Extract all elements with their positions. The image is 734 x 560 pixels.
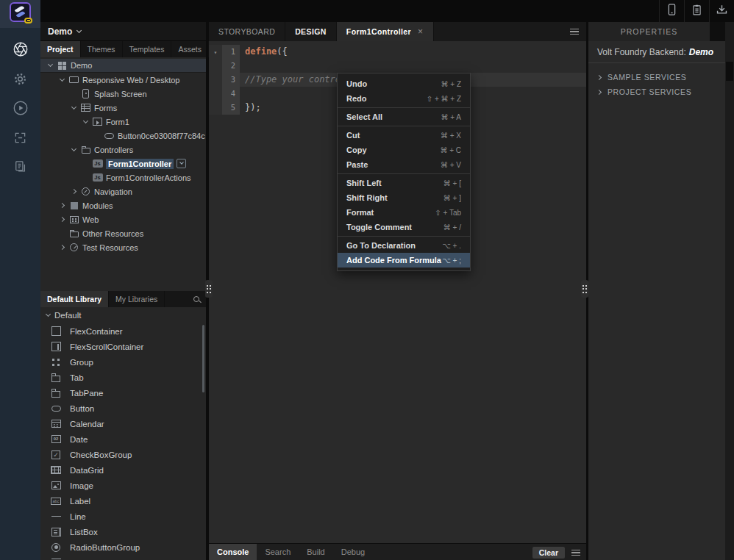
library-item[interactable]: DataGrid [40, 462, 206, 478]
rail-item-run[interactable] [12, 101, 29, 118]
menu-item-shift-left[interactable]: Shift Left⌘ + [ [338, 176, 470, 190]
library-item[interactable]: Line [40, 509, 206, 524]
console-tab-debug[interactable]: Debug [333, 544, 373, 560]
console-menu-icon[interactable] [571, 550, 580, 556]
library-item[interactable]: CheckBoxGroup [40, 447, 206, 462]
button-icon [104, 133, 114, 139]
menu-item-paste[interactable]: Paste⌘ + V [338, 157, 470, 172]
explorer-tab-templates[interactable]: Templates [123, 41, 172, 57]
chevron-right-icon[interactable] [59, 245, 64, 250]
library-item[interactable]: TabPane [40, 385, 206, 401]
library-item[interactable]: Group [40, 354, 206, 370]
library-item[interactable]: Button [40, 401, 206, 416]
console-tab-build[interactable]: Build [299, 544, 332, 560]
tree-row[interactable]: Navigation [40, 184, 206, 198]
chevron-down-icon[interactable] [71, 104, 76, 109]
menu-item-redo[interactable]: Redo⇧ + ⌘ + Z [338, 91, 470, 106]
menu-item-add-code-from-formula[interactable]: Add Code From Formula⌥ + ; [338, 253, 470, 268]
library-item[interactable]: Label [40, 493, 206, 509]
explorer-tabs: ProjectThemesTemplatesAssets [40, 41, 206, 57]
tree-row[interactable]: Form1ControllerActions [40, 170, 206, 184]
topbar-build-log-button[interactable] [684, 0, 709, 22]
library-item[interactable]: RadioButtonGroup [40, 539, 206, 555]
editor-menu-icon[interactable] [570, 29, 579, 35]
menu-item-cut[interactable]: Cut⌘ + X [338, 128, 470, 143]
library-scrollbar[interactable] [202, 325, 204, 392]
tree-row[interactable]: Demo [40, 59, 206, 73]
menu-item-undo[interactable]: Undo⌘ + Z [338, 76, 470, 91]
library-group-header[interactable]: Default [40, 307, 206, 323]
rail-item-docs[interactable] [12, 160, 29, 176]
properties-scrollbar[interactable] [725, 22, 734, 560]
editor-tab-form1controller[interactable]: Form1Controller× [337, 22, 434, 41]
project-dropdown[interactable]: Demo [40, 22, 206, 41]
editor-tab-design[interactable]: DESIGN [285, 22, 337, 41]
rail-item-design[interactable] [12, 43, 29, 59]
menu-item-go-to-declaration[interactable]: Go To Declaration⌥ + . [338, 238, 470, 253]
chevron-right-icon[interactable] [59, 217, 64, 222]
properties-scrollbar-thumb[interactable] [726, 62, 733, 81]
chevron-right-icon[interactable] [59, 203, 64, 208]
design-icon [13, 41, 29, 60]
menu-item-toggle-comment[interactable]: Toggle Comment⌘ + / [338, 220, 470, 234]
library-item[interactable]: FlexContainer [40, 323, 206, 339]
properties-tab[interactable]: PROPERTIES [588, 22, 710, 41]
library-item[interactable]: Image [40, 478, 206, 493]
console-bar: ConsoleSearchBuildDebug Clear [209, 543, 586, 560]
library-item[interactable]: Tab [40, 370, 206, 385]
backend-row: Volt Foundry Backend: Demo [588, 41, 734, 63]
left-splitter-handle[interactable] [205, 280, 213, 298]
console-tab-console[interactable]: Console [209, 544, 257, 560]
explorer-tab-themes[interactable]: Themes [81, 41, 123, 57]
tree-row[interactable]: Other Resources [40, 226, 206, 240]
menu-item-format[interactable]: Format⇧ + Tab [338, 205, 470, 220]
clear-button[interactable]: Clear [532, 547, 565, 559]
library-item[interactable]: FlexScrollContainer [40, 339, 206, 354]
library-item[interactable]: Date [40, 431, 206, 447]
chevron-down-icon[interactable] [47, 62, 52, 67]
library-item[interactable]: RichText [40, 555, 206, 559]
menu-item-copy[interactable]: Copy⌘ + C [338, 143, 470, 157]
library-tab-default-library[interactable]: Default Library [40, 291, 109, 307]
chevron-down-icon[interactable] [82, 118, 88, 123]
editor-tab-storyboard[interactable]: STORYBOARD [209, 22, 285, 41]
console-tab-search[interactable]: Search [257, 544, 299, 560]
rail-item-settings[interactable] [12, 72, 29, 88]
chevron-down-icon[interactable] [59, 76, 64, 81]
app-logo-block[interactable] [0, 0, 40, 28]
library-item[interactable]: Calendar [40, 416, 206, 431]
library-tab-my-libraries[interactable]: My Libraries [109, 291, 165, 307]
right-splitter-handle[interactable] [581, 280, 588, 298]
rail-item-canvas[interactable] [12, 131, 29, 147]
tree-row[interactable]: Forms [40, 101, 206, 115]
image-icon [51, 481, 61, 489]
menu-item-shortcut: ⌘ + V [441, 161, 461, 169]
tree-row[interactable]: Responsive Web / Desktop [40, 73, 206, 87]
explorer-tab-project[interactable]: Project [40, 41, 81, 57]
search-icon[interactable] [193, 296, 199, 302]
topbar-download-build-button[interactable] [709, 0, 734, 22]
menu-item-label: Paste [346, 160, 368, 169]
topbar-device-preview-button[interactable] [659, 0, 684, 22]
menu-item-shift-right[interactable]: Shift Right⌘ + ] [338, 190, 470, 205]
chevron-down-icon[interactable] [71, 146, 76, 151]
tree-row[interactable]: Button0ce03008f77c84c [40, 129, 206, 143]
tree-row[interactable]: Splash Screen [40, 87, 206, 101]
tree-row[interactable]: Test Resources [40, 240, 206, 254]
tree-item-dropdown[interactable] [177, 159, 186, 168]
tree-row[interactable]: Form1 [40, 115, 206, 129]
tree-row[interactable]: Modules [40, 198, 206, 212]
section-label: PROJECT SERVICES [607, 87, 691, 96]
fold-arrow-icon[interactable] [214, 49, 218, 56]
tree-row[interactable]: Form1Controller [40, 157, 206, 170]
properties-section-project-services[interactable]: PROJECT SERVICES [588, 85, 734, 99]
chevron-right-icon[interactable] [71, 189, 76, 194]
properties-section-sample-services[interactable]: SAMPLE SERVICES [588, 70, 734, 85]
tree-row[interactable]: Controllers [40, 143, 206, 157]
tree-row[interactable]: Web [40, 212, 206, 226]
close-icon[interactable]: × [418, 27, 423, 36]
menu-item-select-all[interactable]: Select All⌘ + A [338, 110, 470, 124]
library-item[interactable]: ListBox [40, 524, 206, 539]
explorer-tab-assets[interactable]: Assets [171, 41, 209, 57]
project-dropdown-label: Demo [48, 26, 72, 37]
